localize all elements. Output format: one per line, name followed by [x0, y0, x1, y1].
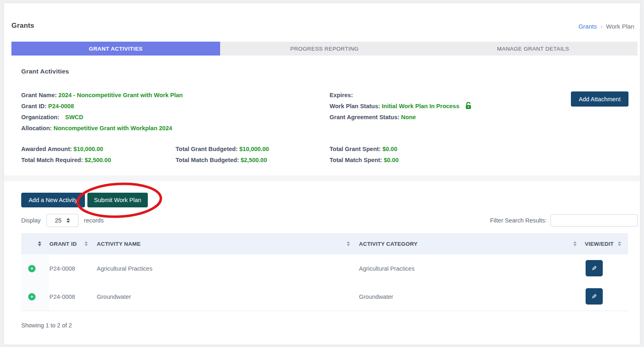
awarded-amount-line: Awarded Amount: $10,000.00	[21, 144, 111, 155]
cell-grant-id: P24-0008	[49, 294, 75, 300]
edit-pencil-icon: ✎	[591, 293, 597, 300]
page-size-value: 25	[55, 217, 61, 224]
breadcrumb-separator: ›	[600, 23, 602, 30]
column-header-view-edit[interactable]: VIEW/EDIT	[585, 241, 614, 247]
grant-name-label: Grant Name:	[21, 92, 57, 98]
expand-row-plus-icon[interactable]: +	[28, 293, 36, 300]
records-label: records	[84, 217, 104, 224]
total-grant-spent-line: Total Grant Spent: $0.00	[330, 144, 399, 155]
cell-activity-category: Agricultural Practices	[359, 265, 414, 272]
filter-control: Filter Search Results:	[490, 214, 638, 227]
table-row: + P24-0008 Agricultural Practices Agricu…	[21, 254, 628, 283]
edit-row-button[interactable]: ✎	[586, 260, 603, 276]
work-plan-status-label: Work Plan Status:	[330, 103, 380, 109]
cell-activity-category: Groundwater	[359, 294, 393, 300]
main-card: Grants Grants › Work Plan GRANT ACTIVITI…	[4, 3, 640, 345]
grant-agreement-status-value: None	[401, 114, 416, 120]
breadcrumb-grants-link[interactable]: Grants	[578, 23, 597, 30]
financial-column-2: Total Grant Budgeted: $10,000.00 Total M…	[176, 144, 269, 166]
total-match-spent-label: Total Match Spent:	[330, 157, 382, 163]
work-plan-status-value: Initial Work Plan In Process	[382, 103, 459, 109]
organization-value: SWCD	[65, 114, 83, 120]
total-grant-spent-value: $0.00	[382, 146, 397, 152]
grant-name-value: 2024 - Noncompetitive Grant with Work Pl…	[58, 92, 183, 98]
page-size-select[interactable]: 25	[47, 214, 78, 227]
sort-icon[interactable]	[85, 241, 88, 246]
page-title: Grants	[11, 22, 34, 30]
sort-icon[interactable]	[38, 241, 41, 246]
tab-bar: GRANT ACTIVITIES PROGRESS REPORTING MANA…	[11, 42, 637, 56]
grant-agreement-status-label: Grant Agreement Status:	[330, 114, 399, 120]
total-match-required-label: Total Match Required:	[21, 157, 83, 163]
filter-search-input[interactable]	[550, 214, 638, 227]
section-divider	[4, 176, 640, 181]
total-grant-budgeted-line: Total Grant Budgeted: $10,000.00	[176, 144, 269, 155]
work-plan-status-line: Work Plan Status: Initial Work Plan In P…	[330, 101, 472, 112]
organization-label: Organization:	[21, 114, 59, 120]
sort-icon[interactable]	[618, 241, 621, 246]
expires-label: Expires:	[330, 92, 353, 98]
select-stepper-icon	[67, 218, 70, 223]
tab-manage-grant-details[interactable]: MANAGE GRANT DETAILS	[429, 42, 637, 56]
total-match-budgeted-line: Total Match Budgeted: $2,500.00	[176, 155, 269, 166]
grant-id-value: P24-0008	[48, 103, 74, 109]
table-row: + P24-0008 Groundwater Groundwater ✎	[21, 282, 628, 311]
financial-column-3: Total Grant Spent: $0.00 Total Match Spe…	[330, 144, 399, 166]
edit-row-button[interactable]: ✎	[586, 288, 603, 305]
column-header-activity-name[interactable]: ACTIVITY NAME	[97, 241, 140, 247]
grant-agreement-status-line: Grant Agreement Status: None	[330, 112, 472, 123]
filter-label: Filter Search Results:	[490, 217, 547, 224]
page-size-control: Display 25 records	[21, 214, 104, 227]
total-match-spent-line: Total Match Spent: $0.00	[330, 155, 399, 166]
total-match-required-value: $2,500.00	[85, 157, 111, 163]
grant-id-label: Grant ID:	[21, 103, 47, 109]
section-heading: Grant Activities	[21, 68, 69, 75]
expand-row-plus-icon[interactable]: +	[28, 265, 36, 272]
total-match-spent-value: $0.00	[384, 157, 399, 163]
submit-work-plan-button[interactable]: Submit Work Plan	[87, 193, 148, 207]
edit-pencil-icon: ✎	[591, 265, 597, 272]
allocation-value: Noncompetitive Grant with Workplan 2024	[53, 125, 172, 131]
column-header-activity-category[interactable]: ACTIVITY CATEGORY	[359, 241, 417, 247]
cell-activity-name: Agricultural Practices	[97, 265, 152, 272]
cell-activity-name: Groundwater	[97, 294, 131, 300]
add-new-activity-button[interactable]: Add a New Activity	[21, 193, 85, 207]
cell-grant-id: P24-0008	[49, 265, 75, 272]
total-match-budgeted-value: $2,500.00	[241, 157, 267, 163]
grant-name-line: Grant Name: 2024 - Noncompetitive Grant …	[21, 90, 183, 101]
organization-line: Organization: SWCD	[21, 112, 183, 123]
total-grant-budgeted-value: $10,000.00	[239, 146, 269, 152]
sort-icon[interactable]	[347, 241, 350, 246]
awarded-amount-value: $10,000.00	[74, 146, 103, 152]
grant-info-right: Expires: Work Plan Status: Initial Work …	[330, 90, 472, 123]
sort-icon[interactable]	[573, 241, 577, 246]
table-header: GRANT ID ACTIVITY NAME ACTIVITY CATEGORY…	[21, 233, 628, 254]
grant-info-left: Grant Name: 2024 - Noncompetitive Grant …	[21, 90, 183, 134]
tab-grant-activities[interactable]: GRANT ACTIVITIES	[11, 42, 220, 56]
total-grant-spent-label: Total Grant Spent:	[330, 146, 381, 152]
table-summary: Showing 1 to 2 of 2	[21, 322, 72, 329]
column-header-grant-id[interactable]: GRANT ID	[49, 241, 77, 247]
tab-progress-reporting[interactable]: PROGRESS REPORTING	[220, 42, 429, 56]
grant-id-line: Grant ID: P24-0008	[21, 101, 183, 112]
total-match-budgeted-label: Total Match Budgeted:	[176, 157, 239, 163]
display-label: Display	[21, 217, 41, 224]
allocation-line: Allocation: Noncompetitive Grant with Wo…	[21, 123, 183, 134]
expires-line: Expires:	[330, 90, 472, 101]
allocation-label: Allocation:	[21, 125, 52, 131]
total-grant-budgeted-label: Total Grant Budgeted:	[176, 146, 238, 152]
awarded-amount-label: Awarded Amount:	[21, 146, 72, 152]
add-attachment-button[interactable]: Add Attachment	[571, 91, 628, 107]
breadcrumb: Grants › Work Plan	[578, 23, 634, 30]
breadcrumb-current: Work Plan	[606, 23, 634, 30]
financial-column-1: Awarded Amount: $10,000.00 Total Match R…	[21, 144, 111, 166]
total-match-required-line: Total Match Required: $2,500.00	[21, 155, 111, 166]
unlock-icon	[464, 102, 472, 113]
